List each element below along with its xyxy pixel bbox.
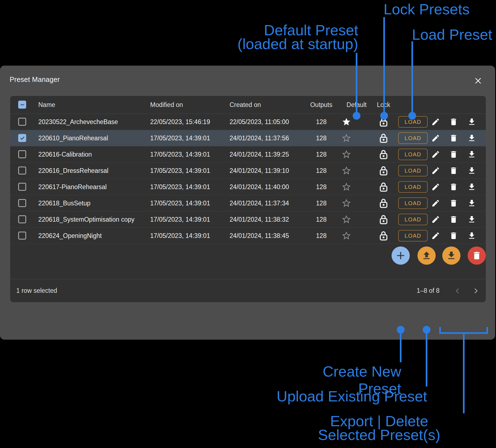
default-star-icon[interactable] — [336, 163, 357, 179]
created-date: 24/01/2024, 11:39:25 — [230, 146, 289, 162]
export-icon[interactable] — [462, 195, 482, 211]
load-button[interactable]: LOAD — [398, 132, 428, 144]
created-date: 24/01/2024, 11:39:10 — [230, 163, 289, 179]
delete-icon[interactable] — [443, 228, 464, 244]
preset-name: 220616_DressRehearsal — [38, 163, 108, 179]
header-name[interactable]: Name — [38, 96, 55, 114]
row-checkbox[interactable] — [18, 118, 26, 126]
edit-icon[interactable] — [425, 195, 446, 211]
outputs-count: 128 — [309, 146, 333, 162]
created-date: 24/01/2024, 11:37:34 — [230, 195, 289, 211]
table-row[interactable]: 220616_DressRehearsal17/05/2023, 14:39:0… — [10, 163, 486, 179]
export-icon[interactable] — [462, 114, 482, 130]
delete-icon[interactable] — [443, 114, 464, 130]
delete-icon[interactable] — [443, 163, 464, 179]
table-row[interactable]: 220618_BusSetup17/05/2023, 14:39:0124/01… — [10, 195, 486, 211]
load-button[interactable]: LOAD — [398, 181, 428, 193]
export-icon[interactable] — [462, 211, 482, 227]
modified-date: 17/05/2023, 14:39:01 — [150, 195, 210, 211]
row-checkbox[interactable] — [18, 199, 26, 207]
lock-open-icon[interactable] — [373, 195, 394, 211]
header-created[interactable]: Created on — [230, 96, 261, 114]
table-row[interactable]: 220618_SystemOptimisation copy17/05/2023… — [10, 211, 486, 228]
row-checkbox[interactable] — [18, 215, 26, 223]
row-checkbox[interactable] — [18, 232, 26, 240]
lock-open-icon[interactable] — [373, 211, 394, 227]
preset-table: Name Modified on Created on Outputs Defa… — [10, 96, 486, 302]
table-row[interactable]: 220610_PianoRehearsal17/05/2023, 14:39:0… — [10, 130, 486, 146]
annotation-lock-presets: Lock Presets — [384, 1, 470, 18]
outputs-count: 128 — [309, 195, 333, 211]
upload-preset-button[interactable] — [417, 246, 436, 265]
preset-name: 220624_OpeningNight — [38, 228, 102, 244]
row-checkbox[interactable] — [18, 167, 26, 175]
edit-icon[interactable] — [425, 130, 446, 146]
outputs-count: 128 — [309, 163, 333, 179]
delete-icon[interactable] — [443, 179, 464, 195]
preset-name: 220618_SystemOptimisation copy — [38, 211, 134, 227]
header-outputs[interactable]: Outputs — [309, 96, 333, 114]
screen: { "annotations": { "lock_presets": "Lock… — [0, 0, 496, 448]
export-preset-button[interactable] — [442, 246, 460, 265]
load-button[interactable]: LOAD — [398, 214, 428, 225]
table-body: 20230522_ArchevecheBase22/05/2023, 15:46… — [10, 114, 486, 244]
table-row[interactable]: 220617-PianoRehearsal17/05/2023, 14:39:0… — [10, 179, 486, 195]
load-button[interactable]: LOAD — [398, 165, 428, 176]
default-star-icon[interactable] — [336, 195, 357, 211]
edit-icon[interactable] — [425, 114, 446, 130]
default-star-icon[interactable] — [336, 211, 357, 227]
edit-icon[interactable] — [425, 179, 446, 195]
created-date: 24/01/2024, 11:37:56 — [230, 130, 289, 146]
default-star-icon[interactable] — [336, 179, 357, 195]
export-icon[interactable] — [462, 163, 482, 179]
next-page-icon[interactable] — [471, 286, 481, 296]
default-star-icon[interactable] — [336, 228, 357, 244]
lock-open-icon[interactable] — [373, 130, 394, 146]
edit-icon[interactable] — [425, 146, 446, 162]
annotation-line-create — [400, 330, 401, 362]
table-footer: 1 row selected 1–8 of 8 — [10, 279, 486, 302]
edit-icon[interactable] — [425, 211, 446, 227]
modified-date: 17/05/2023, 14:39:01 — [150, 130, 210, 146]
table-header-row: Name Modified on Created on Outputs Defa… — [10, 96, 486, 114]
previous-page-icon[interactable] — [453, 286, 462, 296]
annotation-dot-lock — [380, 112, 388, 120]
table-row[interactable]: 220624_OpeningNight17/05/2023, 14:39:012… — [10, 228, 486, 244]
export-icon[interactable] — [462, 146, 482, 162]
preset-name: 220610_PianoRehearsal — [38, 130, 108, 146]
load-button[interactable]: LOAD — [398, 149, 428, 160]
created-date: 24/01/2024, 11:38:45 — [230, 228, 289, 244]
export-icon[interactable] — [462, 228, 482, 244]
close-icon[interactable] — [473, 76, 483, 85]
outputs-count: 128 — [309, 130, 333, 146]
modified-date: 17/05/2023, 14:39:01 — [150, 228, 210, 244]
delete-icon[interactable] — [443, 130, 464, 146]
edit-icon[interactable] — [425, 228, 446, 244]
preset-name: 20230522_ArchevecheBase — [38, 114, 118, 130]
default-star-icon[interactable] — [336, 130, 357, 146]
delete-icon[interactable] — [443, 195, 464, 211]
header-modified[interactable]: Modified on — [150, 96, 183, 114]
edit-icon[interactable] — [425, 163, 446, 179]
lock-open-icon[interactable] — [373, 179, 394, 195]
lock-open-icon[interactable] — [373, 146, 394, 162]
lock-open-icon[interactable] — [373, 163, 394, 179]
lock-open-icon[interactable] — [373, 228, 394, 244]
table-row[interactable]: 220616-Calibration17/05/2023, 14:39:0124… — [10, 146, 486, 163]
preset-name: 220616-Calibration — [38, 146, 92, 162]
load-button[interactable]: LOAD — [398, 197, 428, 209]
select-all-checkbox[interactable] — [18, 101, 26, 109]
dialog-title: Preset Manager — [10, 76, 60, 84]
delete-preset-button[interactable] — [468, 246, 486, 265]
row-checkbox[interactable] — [18, 150, 26, 158]
default-star-icon[interactable] — [336, 146, 357, 162]
export-icon[interactable] — [462, 130, 482, 146]
export-icon[interactable] — [462, 179, 482, 195]
outputs-count: 128 — [309, 179, 333, 195]
delete-icon[interactable] — [443, 211, 464, 227]
delete-icon[interactable] — [443, 146, 464, 162]
row-checkbox[interactable] — [18, 134, 26, 142]
create-preset-button[interactable] — [392, 246, 410, 265]
row-checkbox[interactable] — [18, 183, 26, 191]
load-button[interactable]: LOAD — [398, 230, 428, 242]
